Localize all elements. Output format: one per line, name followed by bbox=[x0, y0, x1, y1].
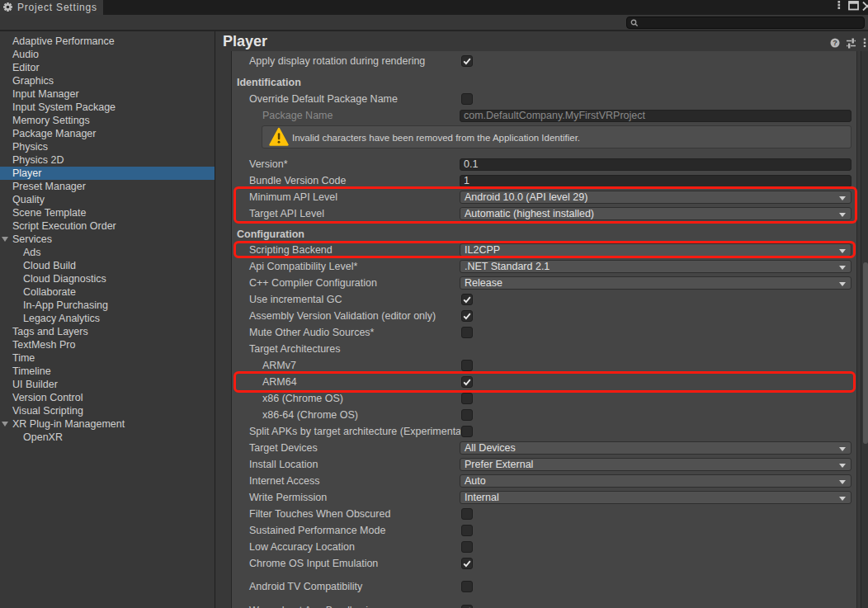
svg-text:?: ? bbox=[833, 39, 837, 47]
